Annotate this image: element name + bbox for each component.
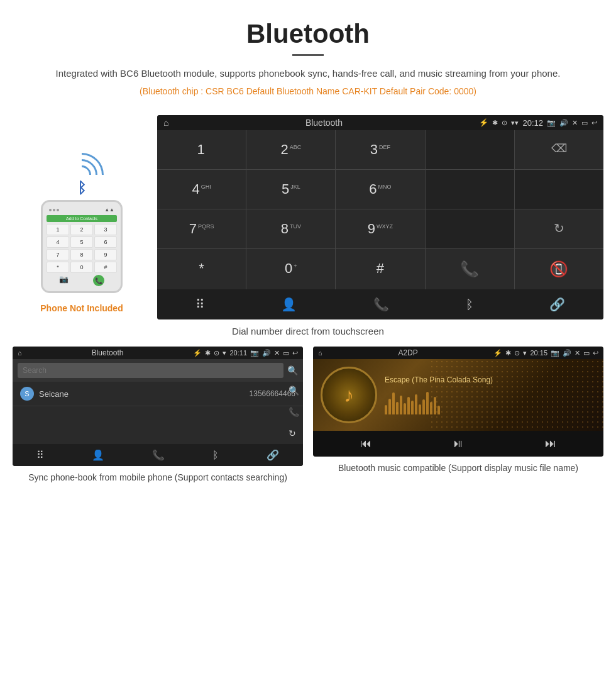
music-content-wrapper: ♪ Escape (The Pina Colada Song) (313, 359, 603, 431)
dialpad-key-1[interactable]: 1 (157, 130, 246, 169)
phone-wifi-icon: ▲▲ (104, 207, 114, 213)
phone-not-included-label: Phone Not Included (40, 303, 123, 313)
music-controls: ⏮ ⏯ ⏭ (313, 431, 603, 457)
dialpad-key-3[interactable]: 3DEF (336, 130, 424, 169)
contacts-nav-bt[interactable]: ᛒ (212, 450, 219, 461)
page-description: Integrated with BC6 Bluetooth module, su… (25, 66, 591, 81)
back-icon[interactable]: ↩ (591, 119, 597, 127)
car-dialpad-grid: 1 2ABC 3DEF ⌫ 4GHI 5JKL 6MNO 7PQRS 8TUV … (157, 130, 603, 289)
contacts-search-side-icon[interactable]: 🔍 (289, 386, 299, 396)
music-album-art: ♪ (321, 367, 377, 423)
dialpad-end-call-button[interactable]: 📵 (515, 249, 603, 289)
eq-bar-10 (419, 404, 421, 414)
music-caption-text: Bluetooth music compatible (Support disp… (338, 463, 578, 473)
bluetooth-status-icon: ✱ (492, 119, 498, 127)
dialpad-key-0[interactable]: 0+ (246, 249, 335, 289)
page-header: Bluetooth Integrated with BC6 Bluetooth … (0, 0, 616, 115)
dialpad-key-hash[interactable]: # (336, 249, 424, 289)
music-camera-icon: 📷 (551, 349, 559, 357)
contacts-camera-icon: 📷 (250, 349, 259, 357)
search-icon[interactable]: 🔍 (287, 365, 298, 375)
contacts-bt-icon: ✱ (205, 349, 211, 357)
contacts-bottom-nav: ⠿ 👤 📞 ᛒ 🔗 (13, 444, 303, 466)
dialpad-call-button[interactable]: 📞 (426, 249, 514, 289)
dialpad-key-2[interactable]: 2ABC (246, 130, 335, 169)
music-close-icon[interactable]: ✕ (575, 349, 580, 357)
contacts-close-icon[interactable]: ✕ (274, 349, 280, 357)
bluetooth-waves-icon: ᛒ (57, 153, 107, 197)
car-status-bar: ⌂ Bluetooth ⚡ ✱ ⊙ ▾▾ 20:12 📷 🔊 ✕ ▭ ↩ (157, 115, 603, 130)
contacts-usb-icon: ⚡ (193, 349, 202, 357)
dialpad-key-8[interactable]: 8TUV (246, 209, 335, 248)
contacts-home-icon[interactable]: ⌂ (18, 349, 22, 357)
eq-bar-8 (411, 401, 414, 414)
phone-call-button[interactable]: 📞 (93, 275, 104, 286)
contact-row[interactable]: S Seicane 13566664466 (13, 382, 303, 406)
contacts-search-row: 🔍 (13, 359, 303, 382)
contacts-vol-icon: 🔊 (262, 349, 271, 357)
contacts-nav-dialpad[interactable]: ⠿ (36, 449, 44, 461)
contacts-status-bar: ⌂ Bluetooth ⚡ ✱ ⊙ ▾ 20:11 📷 🔊 ✕ ▭ ↩ (13, 347, 303, 359)
eq-bar-2 (388, 399, 391, 414)
phone-dot (49, 209, 52, 211)
play-pause-button[interactable]: ⏯ (453, 437, 464, 450)
contacts-back-icon[interactable]: ↩ (292, 349, 298, 357)
phone-key-6: 6 (94, 236, 117, 248)
contacts-phone-side-icon[interactable]: 📞 (289, 407, 299, 417)
music-home-icon[interactable]: ⌂ (318, 349, 322, 357)
volume-icon: 🔊 (559, 119, 568, 127)
dialpad-key-9[interactable]: 9WXYZ (336, 209, 424, 248)
music-vol-icon: 🔊 (563, 349, 571, 357)
dialpad-key-4[interactable]: 4GHI (157, 170, 246, 209)
phone-dot (53, 209, 55, 211)
contacts-list-wrapper: S Seicane 13566664466 🔍 📞 ↻ (13, 382, 303, 444)
status-time: 20:12 (522, 118, 543, 128)
music-back-icon[interactable]: ↩ (593, 349, 598, 357)
contacts-right-buttons: 🔍 📞 ↻ (289, 386, 299, 438)
contact-name: Seicane (39, 389, 250, 399)
phone-key-4: 4 (47, 236, 69, 248)
prev-button[interactable]: ⏮ (360, 437, 371, 450)
contacts-screen-block: ⌂ Bluetooth ⚡ ✱ ⊙ ▾ 20:11 📷 🔊 ✕ ▭ ↩ 🔍 (13, 347, 303, 484)
close-icon[interactable]: ✕ (572, 119, 578, 127)
music-screen-title: A2DP (326, 348, 491, 357)
music-usb-icon: ⚡ (493, 349, 502, 357)
contacts-nav-phone[interactable]: 📞 (152, 449, 165, 461)
car-nav-dialpad-button[interactable]: ⠿ (195, 297, 205, 312)
dialpad-refresh-button[interactable]: ↻ (515, 209, 603, 248)
phone-key-8: 8 (70, 249, 93, 260)
phone-dialpad: 1 2 3 4 5 6 7 8 9 * 0 # (47, 224, 117, 273)
car-nav-phone-button[interactable]: 📞 (373, 297, 389, 312)
dialpad-key-star[interactable]: * (157, 249, 246, 289)
contacts-nav-link[interactable]: 🔗 (267, 449, 279, 461)
car-nav-bluetooth-button[interactable]: ᛒ (466, 297, 473, 312)
dialpad-key-6[interactable]: 6MNO (336, 170, 424, 209)
contacts-nav-person[interactable]: 👤 (92, 449, 104, 461)
phone-bottom-row: 📷 📞 (47, 275, 117, 286)
next-button[interactable]: ⏭ (545, 437, 556, 450)
contacts-screen-icon: ▭ (283, 349, 289, 357)
title-underline (292, 54, 324, 56)
phone-key-3: 3 (94, 224, 117, 235)
contact-initial: S (20, 387, 34, 401)
dialpad-key-5[interactable]: 5JKL (246, 170, 335, 209)
home-icon[interactable]: ⌂ (163, 118, 168, 128)
contacts-inner: 🔍 S Seicane 13566664466 🔍 📞 (13, 359, 303, 444)
eq-bar-9 (415, 394, 417, 414)
contacts-spacer (13, 406, 303, 444)
main-screen-area: ᛒ ▲▲ Add to Contacts 1 2 3 4 5 6 7 8 (0, 115, 616, 319)
dialpad-key-7[interactable]: 7PQRS (157, 209, 246, 248)
car-nav-contacts-button[interactable]: 👤 (281, 297, 297, 312)
music-status-bar: ⌂ A2DP ⚡ ✱ ⊙ ▾ 20:15 📷 🔊 ✕ ▭ ↩ (313, 347, 603, 359)
music-bt-icon: ✱ (505, 349, 511, 357)
contacts-gps-icon: ⊙ (214, 349, 219, 357)
contacts-refresh-side-icon[interactable]: ↻ (289, 428, 299, 438)
car-bottom-nav: ⠿ 👤 📞 ᛒ 🔗 (157, 289, 603, 319)
page-title: Bluetooth (25, 19, 591, 49)
music-dots-pattern (429, 359, 603, 431)
car-screen-title: Bluetooth (172, 118, 475, 128)
contacts-search-input[interactable] (18, 363, 283, 378)
eq-bar-1 (385, 405, 387, 414)
dialpad-backspace-button[interactable]: ⌫ (515, 130, 603, 169)
car-nav-link-button[interactable]: 🔗 (549, 297, 565, 312)
